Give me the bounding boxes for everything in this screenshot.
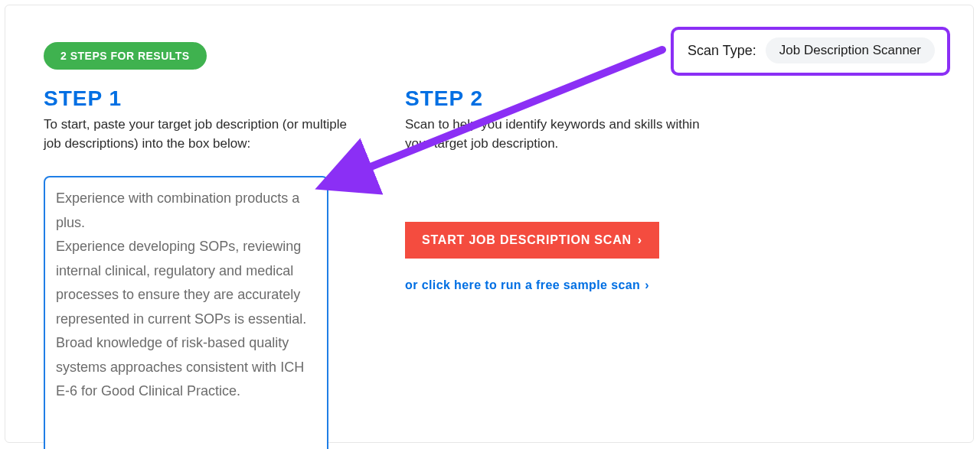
steps-columns: STEP 1 To start, paste your target job d…: [44, 86, 935, 449]
start-scan-button-label: START JOB DESCRIPTION SCAN: [422, 233, 632, 247]
job-description-input[interactable]: [44, 176, 328, 449]
scan-type-selector[interactable]: Scan Type: Job Description Scanner: [671, 27, 950, 76]
steps-badge: 2 STEPS FOR RESULTS: [44, 42, 207, 70]
step-1-title: STEP 1: [44, 86, 350, 111]
scan-type-label: Scan Type:: [688, 43, 756, 59]
sample-scan-link[interactable]: or click here to run a free sample scan …: [405, 278, 649, 292]
step-2-description: Scan to help you identify keywords and s…: [405, 116, 711, 153]
chevron-right-icon: ›: [638, 233, 642, 247]
chevron-right-icon: ›: [645, 278, 649, 292]
step-1-column: STEP 1 To start, paste your target job d…: [44, 86, 350, 449]
scan-type-value[interactable]: Job Description Scanner: [766, 37, 935, 63]
step-2-column: STEP 2 Scan to help you identify keyword…: [405, 86, 711, 449]
start-scan-button[interactable]: START JOB DESCRIPTION SCAN ›: [405, 222, 659, 259]
step-2-title: STEP 2: [405, 86, 711, 111]
sample-scan-link-label: or click here to run a free sample scan: [405, 278, 640, 292]
main-card: Scan Type: Job Description Scanner 2 STE…: [5, 5, 974, 443]
step-1-description: To start, paste your target job descript…: [44, 116, 350, 153]
